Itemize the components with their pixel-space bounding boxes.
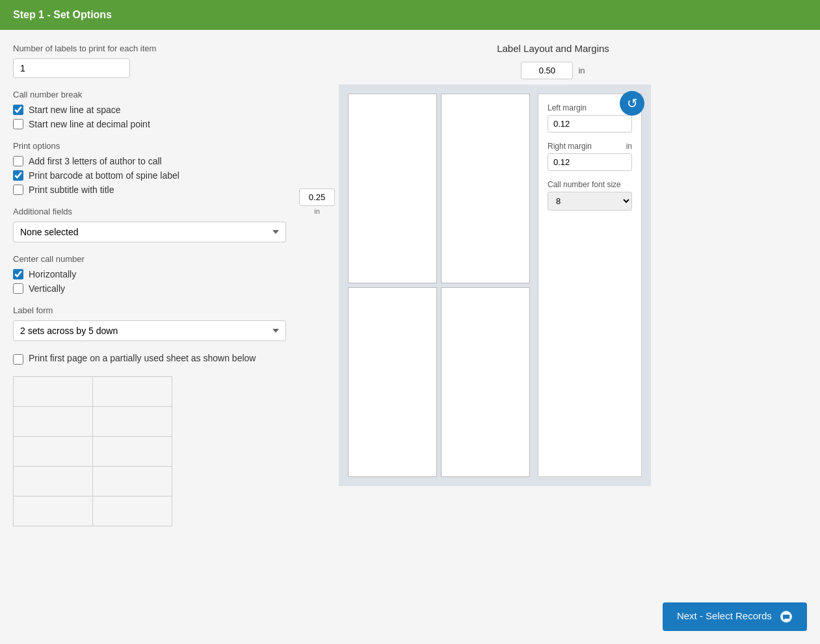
barcode-label: Print barcode at bottom of spine label xyxy=(29,170,179,181)
grid-cell-3-2 xyxy=(93,437,172,466)
font-size-label-row: Call number font size xyxy=(548,180,632,189)
label-form-select[interactable]: 2 sets across by 5 down 1 set across by … xyxy=(13,320,286,341)
label-cell-3 xyxy=(348,287,437,477)
horizontally-row[interactable]: Horizontally xyxy=(13,269,286,279)
vertically-checkbox[interactable] xyxy=(13,283,23,294)
print-partial-group: Print first page on a partially used she… xyxy=(13,353,286,365)
grid-cell-4-2 xyxy=(93,467,172,496)
right-margin-input[interactable] xyxy=(548,153,632,171)
print-partial-row[interactable]: Print first page on a partially used she… xyxy=(13,353,286,365)
grid-row-1 xyxy=(14,377,172,407)
grid-row-4 xyxy=(14,467,172,496)
subtitle-row[interactable]: Print subtitle with title xyxy=(13,185,286,195)
font-size-select[interactable]: 6 7 8 9 10 11 12 xyxy=(548,192,632,211)
next-button[interactable]: Next - Select Records xyxy=(663,602,807,631)
add-author-checkbox[interactable] xyxy=(13,156,23,166)
additional-fields-group: Additional fields None selected xyxy=(13,207,286,242)
grid-row-2 xyxy=(14,407,172,437)
start-decimal-row[interactable]: Start new line at decimal point xyxy=(13,119,286,129)
vertically-label: Vertically xyxy=(29,283,65,294)
label-form-label: Label form xyxy=(13,305,286,315)
top-margin-input[interactable] xyxy=(521,62,573,79)
page-title: Step 1 - Set Options xyxy=(13,9,112,20)
start-space-label: Start new line at space xyxy=(29,105,121,115)
vertically-row[interactable]: Vertically xyxy=(13,283,286,294)
layout-row: in ↺ xyxy=(299,84,807,486)
left-margin-label: Left margin xyxy=(548,103,587,112)
layout-title: Label Layout and Margins xyxy=(299,43,807,54)
left-margin-page-input[interactable] xyxy=(299,188,335,206)
reset-icon: ↺ xyxy=(627,96,638,111)
left-margin-page-unit: in xyxy=(314,207,320,215)
left-panel: Number of labels to print for each item … xyxy=(13,43,286,627)
right-margin-field: Right margin in xyxy=(548,142,632,171)
barcode-checkbox[interactable] xyxy=(13,170,23,181)
additional-fields-label: Additional fields xyxy=(13,207,286,216)
grid-cell-1-2 xyxy=(93,377,172,406)
paper-sheet: ↺ Left margin xyxy=(339,84,651,486)
grid-cell-2-2 xyxy=(93,407,172,436)
label-cell-1 xyxy=(348,94,437,283)
grid-row-5 xyxy=(14,496,172,526)
page-header: Step 1 - Set Options xyxy=(0,0,820,30)
right-panel: Label Layout and Margins in in ↺ xyxy=(299,43,807,627)
reset-button[interactable]: ↺ xyxy=(620,91,644,116)
center-call-number-label: Center call number xyxy=(13,254,286,264)
label-cell-2 xyxy=(441,94,530,283)
right-margin-label-row: Right margin in xyxy=(548,142,632,151)
right-margin-unit-label: in xyxy=(626,142,632,151)
grid-cell-1-1 xyxy=(14,377,93,406)
print-options-group: Print options Add first 3 letters of aut… xyxy=(13,141,286,195)
grid-preview xyxy=(13,376,172,526)
right-settings-box: Left margin in Right margin in xyxy=(538,94,642,477)
labels-and-settings: Left margin in Right margin in xyxy=(348,94,642,477)
left-margin-indicator: in xyxy=(299,84,339,215)
label-cell-4 xyxy=(441,287,530,477)
grid-cell-2-1 xyxy=(14,407,93,436)
labels-count-input[interactable] xyxy=(13,58,130,78)
grid-row-3 xyxy=(14,437,172,467)
grid-cell-5-1 xyxy=(14,496,93,526)
horizontally-label: Horizontally xyxy=(29,269,76,279)
labels-count-group: Number of labels to print for each item xyxy=(13,43,286,78)
add-author-label: Add first 3 letters of author to call xyxy=(29,156,162,166)
label-form-group: Label form 2 sets across by 5 down 1 set… xyxy=(13,305,286,341)
top-margin-row: in xyxy=(299,62,807,79)
next-button-label: Next - Select Records xyxy=(677,610,772,621)
left-margin-input[interactable] xyxy=(548,115,632,133)
center-call-number-group: Center call number Horizontally Vertical… xyxy=(13,254,286,294)
subtitle-checkbox[interactable] xyxy=(13,185,23,195)
labels-grid xyxy=(348,94,530,477)
labels-count-label: Number of labels to print for each item xyxy=(13,43,286,55)
right-margin-label: Right margin xyxy=(548,142,592,151)
font-size-field: Call number font size 6 7 8 9 10 11 12 xyxy=(548,180,632,211)
add-author-row[interactable]: Add first 3 letters of author to call xyxy=(13,156,286,166)
start-decimal-checkbox[interactable] xyxy=(13,119,23,129)
grid-cell-3-1 xyxy=(14,437,93,466)
subtitle-label: Print subtitle with title xyxy=(29,185,114,195)
print-partial-label: Print first page on a partially used she… xyxy=(29,353,256,363)
font-size-label: Call number font size xyxy=(548,180,621,189)
print-options-label: Print options xyxy=(13,141,286,151)
left-margin-field: Left margin in xyxy=(548,103,632,133)
start-space-checkbox[interactable] xyxy=(13,105,23,115)
call-number-break-group: Call number break Start new line at spac… xyxy=(13,90,286,129)
chat-icon xyxy=(780,610,793,623)
barcode-row[interactable]: Print barcode at bottom of spine label xyxy=(13,170,286,181)
start-space-row[interactable]: Start new line at space xyxy=(13,105,286,115)
print-partial-checkbox[interactable] xyxy=(13,354,23,365)
top-margin-unit: in xyxy=(578,66,585,75)
horizontally-checkbox[interactable] xyxy=(13,269,23,279)
grid-cell-4-1 xyxy=(14,467,93,496)
grid-cell-5-2 xyxy=(93,496,172,526)
start-decimal-label: Start new line at decimal point xyxy=(29,119,150,129)
additional-fields-select[interactable]: None selected xyxy=(13,222,286,242)
call-number-break-label: Call number break xyxy=(13,90,286,99)
